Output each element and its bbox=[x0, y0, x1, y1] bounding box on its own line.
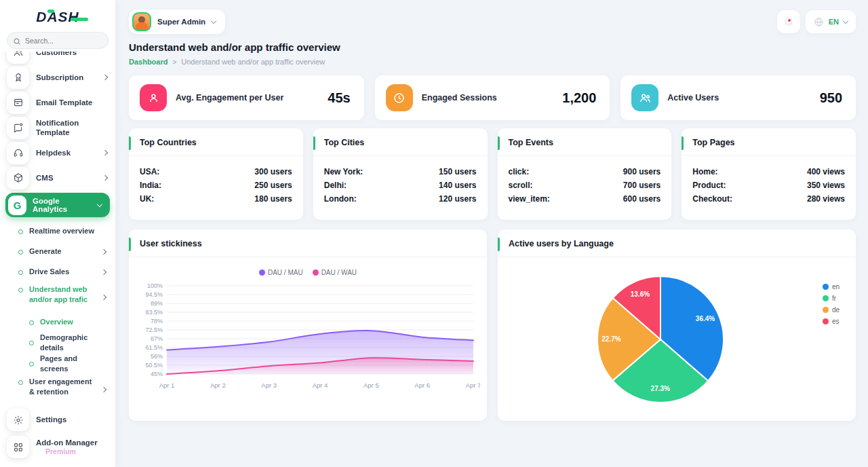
sidebar-item-realtime-overview[interactable]: Realtime overview bbox=[0, 221, 115, 242]
bullet-icon bbox=[18, 229, 23, 234]
table-row: USA:300 users bbox=[140, 167, 292, 176]
legend-label: DAU / WAU bbox=[321, 269, 357, 276]
chevron-right-icon bbox=[102, 75, 108, 80]
legend-dot-fr bbox=[823, 295, 829, 301]
svg-text:Apr 5: Apr 5 bbox=[363, 381, 379, 389]
row-label: India: bbox=[140, 181, 161, 190]
top-events-card: Top Events click:900 users scroll:700 us… bbox=[498, 128, 672, 220]
legend-label: de bbox=[832, 306, 840, 314]
gear-icon bbox=[7, 409, 29, 431]
sidebar-item-label: Understand web and/or app trafic bbox=[29, 284, 94, 305]
language-code: EN bbox=[829, 18, 839, 26]
stat-label: Avg. Engagement per User bbox=[176, 93, 283, 102]
sidebar-item-generate[interactable]: Generate bbox=[0, 242, 115, 262]
row-value: 600 users bbox=[623, 194, 660, 204]
svg-text:61.5%: 61.5% bbox=[145, 344, 163, 351]
table-row: London:120 users bbox=[324, 194, 477, 204]
table-row: Delhi:140 users bbox=[324, 181, 477, 190]
legend-label: es bbox=[832, 318, 840, 325]
sidebar: DASH Customers Subscription bbox=[0, 0, 115, 467]
sidebar-item-google-analytics[interactable]: G Google Analytics bbox=[5, 193, 110, 217]
sidebar-item-addon-manager[interactable]: Add-on Manager Premium bbox=[0, 434, 115, 461]
search-input[interactable] bbox=[7, 32, 108, 49]
user-menu[interactable]: Super Admin bbox=[129, 10, 225, 34]
sidebar-item-subscription[interactable]: Subscription bbox=[0, 66, 115, 89]
svg-text:45%: 45% bbox=[151, 371, 163, 377]
stat-card-active-users: Active Users 950 bbox=[620, 75, 856, 120]
table-row: view_item:600 users bbox=[509, 194, 661, 204]
sidebar-item-cms[interactable]: CMS bbox=[0, 166, 115, 189]
chevron-down-icon bbox=[97, 201, 102, 206]
breadcrumb: Dashboard > Understand web and/or app tr… bbox=[129, 58, 856, 66]
avatar bbox=[132, 12, 151, 31]
svg-text:72.5%: 72.5% bbox=[145, 326, 163, 333]
sidebar-item-email-template[interactable]: Email Template bbox=[0, 91, 115, 114]
row-label: click: bbox=[509, 167, 530, 176]
legend-label: DAU / MAU bbox=[268, 269, 303, 276]
svg-text:50.5%: 50.5% bbox=[145, 362, 163, 369]
legend-dot-en bbox=[823, 284, 829, 290]
bullet-icon bbox=[18, 288, 23, 293]
chevron-right-icon bbox=[101, 269, 106, 275]
user-icon bbox=[140, 84, 167, 111]
bullet-icon bbox=[29, 320, 34, 325]
card-title: Top Cities bbox=[313, 128, 488, 156]
sidebar-item-user-engagement[interactable]: User engagement & retention bbox=[0, 375, 115, 405]
sidebar-item-drive-sales[interactable]: Drive Sales bbox=[0, 262, 115, 282]
svg-text:56%: 56% bbox=[151, 353, 163, 360]
sidebar-item-label: Pages and screens bbox=[40, 354, 106, 375]
sidebar-item-label: Realtime overview bbox=[29, 226, 94, 236]
sidebar-item-label: Demographic details bbox=[40, 333, 106, 354]
language-selector[interactable]: EN bbox=[806, 10, 856, 33]
premium-badge: Premium bbox=[36, 447, 98, 457]
google-analytics-icon: G bbox=[8, 195, 26, 215]
svg-text:94.5%: 94.5% bbox=[145, 291, 163, 298]
sidebar-item-customers[interactable]: Customers bbox=[0, 52, 115, 64]
card-title: User stickiness bbox=[129, 229, 487, 257]
clock-icon bbox=[386, 84, 413, 111]
app-logo[interactable]: DASH bbox=[0, 0, 115, 25]
table-row: New York:150 users bbox=[324, 167, 477, 176]
sidebar-item-label: Google Analytics bbox=[33, 197, 92, 213]
bullet-icon bbox=[18, 380, 23, 385]
sidebar-item-pages-and-screens[interactable]: Pages and screens bbox=[0, 354, 115, 375]
row-value: 250 users bbox=[254, 181, 292, 190]
notification-template-icon bbox=[7, 117, 29, 139]
notifications-button[interactable] bbox=[777, 10, 800, 33]
legend-dot-dau-mau bbox=[259, 269, 265, 276]
svg-text:Apr 7: Apr 7 bbox=[466, 381, 480, 389]
breadcrumb-dashboard-link[interactable]: Dashboard bbox=[129, 58, 167, 66]
chevron-down-icon bbox=[843, 18, 848, 24]
row-label: Delhi: bbox=[324, 181, 347, 190]
sidebar-item-label: Overview bbox=[40, 317, 73, 327]
table-row: UK:180 users bbox=[140, 194, 292, 204]
stat-card-engaged-sessions: Engaged Sessions 1,200 bbox=[375, 75, 610, 120]
top-cities-card: Top Cities New York:150 users Delhi:140 … bbox=[313, 128, 488, 220]
sidebar-item-settings[interactable]: Settings bbox=[0, 409, 115, 432]
row-label: USA: bbox=[140, 167, 159, 176]
sidebar-item-label: Email Template bbox=[36, 98, 93, 107]
sidebar-item-demographic-details[interactable]: Demographic details bbox=[0, 333, 115, 354]
row-value: 150 users bbox=[439, 167, 476, 176]
legend-label: en bbox=[832, 283, 840, 291]
sidebar-item-overview[interactable]: Overview bbox=[0, 312, 115, 333]
bullet-icon bbox=[29, 341, 34, 345]
chevron-right-icon bbox=[101, 249, 106, 255]
chevron-right-icon bbox=[102, 150, 108, 155]
svg-text:100%: 100% bbox=[147, 282, 163, 289]
row-label: Checkout: bbox=[692, 194, 732, 204]
stat-card-avg-engagement: Avg. Engagement per User 45s bbox=[129, 75, 364, 120]
logo-green-dot bbox=[47, 10, 54, 13]
row-label: UK: bbox=[140, 194, 154, 204]
stat-value: 1,200 bbox=[562, 90, 596, 106]
svg-text:36.4%: 36.4% bbox=[696, 315, 715, 322]
sidebar-item-notification-template[interactable]: Notification Template bbox=[0, 116, 115, 139]
sidebar-item-understand-web-traffic[interactable]: Understand web and/or app trafic bbox=[0, 282, 115, 312]
row-value: 120 users bbox=[439, 194, 476, 204]
table-row: India:250 users bbox=[140, 181, 292, 190]
table-row: Home:400 views bbox=[692, 167, 845, 176]
sidebar-item-helpdesk[interactable]: Helpdesk bbox=[0, 141, 115, 164]
subscription-icon bbox=[7, 67, 29, 89]
row-label: London: bbox=[324, 194, 357, 204]
user-stickiness-card: User stickiness DAU / MAU DAU / WAU 45%5… bbox=[129, 229, 487, 421]
